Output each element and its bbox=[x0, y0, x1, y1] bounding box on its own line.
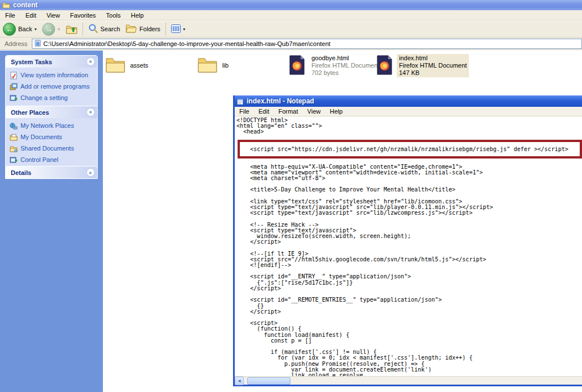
place-my-network-places[interactable]: My Network Places bbox=[10, 122, 94, 130]
notepad-titlebar[interactable]: index.html - Notepad bbox=[235, 95, 582, 107]
explorer-task-pane: System Tasks » View system information A… bbox=[0, 51, 103, 392]
menu-file[interactable]: File bbox=[0, 11, 20, 20]
task-view-system-information[interactable]: View system information bbox=[10, 72, 94, 80]
menu-favorites[interactable]: Favorites bbox=[65, 11, 101, 20]
back-button[interactable]: ← Back ▾ bbox=[0, 22, 39, 37]
notepad-window: index.html - Notepad File Edit Format Vi… bbox=[233, 95, 582, 386]
place-shared-documents[interactable]: Shared Documents bbox=[10, 145, 94, 153]
notepad-window-title: index.html - Notepad bbox=[247, 97, 314, 105]
explorer-menubar: File Edit View Favorites Tools Help bbox=[0, 10, 582, 20]
notepad-menu-file[interactable]: File bbox=[235, 107, 254, 115]
views-dropdown-caret-icon[interactable]: ▾ bbox=[183, 27, 185, 32]
file-type: Firefox HTML Document bbox=[399, 62, 467, 69]
search-button[interactable]: Search bbox=[85, 22, 123, 36]
explorer-toolbar: ← Back ▾ → ▾ Search Folders bbox=[0, 21, 582, 37]
network-places-icon bbox=[10, 122, 18, 130]
search-icon bbox=[88, 23, 98, 35]
folder-icon bbox=[105, 56, 126, 74]
file-text-block: goodbye.html Firefox HTML Document 702 b… bbox=[309, 54, 381, 77]
back-icon: ← bbox=[3, 23, 16, 36]
collapse-chevron-icon[interactable]: » bbox=[86, 57, 95, 66]
system-tasks-header[interactable]: System Tasks » bbox=[6, 56, 97, 68]
file-size: 702 bytes bbox=[311, 69, 379, 77]
file-name: assets bbox=[130, 62, 148, 69]
horizontal-scrollbar[interactable]: ◄ bbox=[235, 376, 582, 385]
my-documents-icon bbox=[10, 134, 18, 141]
system-tasks-panel: System Tasks » View system information A… bbox=[5, 55, 98, 107]
address-input[interactable]: C:\Users\Administrator\Desktop\5-day-cha… bbox=[32, 39, 582, 49]
place-label: Shared Documents bbox=[20, 145, 74, 152]
back-label: Back bbox=[18, 26, 32, 32]
details-header[interactable]: Details » bbox=[6, 166, 97, 178]
task-label: Change a setting bbox=[20, 94, 68, 101]
task-label: View system information bbox=[20, 72, 88, 78]
folder-icon bbox=[197, 56, 218, 74]
system-tasks-title: System Tasks bbox=[11, 59, 52, 65]
collapse-chevron-icon[interactable]: » bbox=[86, 108, 95, 116]
place-control-panel[interactable]: Control Panel bbox=[10, 156, 94, 164]
forward-dropdown-caret-icon: ▾ bbox=[57, 27, 60, 32]
file-tile-index-html[interactable]: index.html Firefox HTML Document 147 KB bbox=[377, 54, 469, 77]
menu-tools[interactable]: Tools bbox=[101, 11, 126, 20]
firefox-html-document-icon bbox=[377, 55, 392, 76]
menu-view[interactable]: View bbox=[41, 11, 65, 20]
shared-documents-icon bbox=[10, 145, 18, 153]
place-label: My Documents bbox=[20, 134, 62, 140]
views-button[interactable]: ▾ bbox=[168, 23, 188, 35]
red-annotation-box bbox=[238, 140, 582, 159]
toolbar-separator bbox=[165, 23, 166, 35]
scrollbar-thumb[interactable] bbox=[247, 377, 290, 385]
task-label: Add or remove programs bbox=[20, 83, 90, 90]
explorer-titlebar[interactable]: content bbox=[0, 0, 582, 10]
forward-icon: → bbox=[42, 23, 55, 36]
folders-label: Folders bbox=[139, 26, 160, 32]
other-places-panel: Other Places » My Network Places My Docu… bbox=[5, 106, 98, 169]
explorer-window-title: content bbox=[13, 1, 38, 9]
address-folder-icon bbox=[35, 40, 41, 48]
folder-icon bbox=[2, 2, 10, 9]
forward-button[interactable]: → ▾ bbox=[39, 22, 63, 37]
task-add-remove-programs[interactable]: Add or remove programs bbox=[10, 83, 94, 91]
desktop-screen: content File Edit View Favorites Tools H… bbox=[0, 0, 582, 392]
file-type: Firefox HTML Document bbox=[311, 62, 379, 69]
file-tile-goodbye-html[interactable]: goodbye.html Firefox HTML Document 702 b… bbox=[289, 54, 381, 77]
notepad-menu-edit[interactable]: Edit bbox=[254, 107, 274, 115]
folders-icon bbox=[126, 24, 137, 34]
address-path-text: C:\Users\Administrator\Desktop\5-day-cha… bbox=[43, 40, 330, 47]
file-text-block: index.html Firefox HTML Document 147 KB bbox=[397, 54, 469, 77]
notepad-menu-help[interactable]: Help bbox=[325, 107, 347, 115]
firefox-html-document-icon bbox=[289, 55, 305, 76]
scroll-left-button[interactable]: ◄ bbox=[235, 377, 244, 385]
notepad-menu-format[interactable]: Format bbox=[274, 107, 303, 115]
file-tile-lib[interactable]: lib bbox=[197, 56, 228, 74]
other-places-title: Other Places bbox=[11, 109, 49, 116]
back-dropdown-caret-icon[interactable]: ▾ bbox=[34, 27, 36, 32]
other-places-header[interactable]: Other Places » bbox=[6, 106, 97, 118]
place-label: Control Panel bbox=[20, 156, 59, 163]
place-label: My Network Places bbox=[20, 122, 74, 129]
folders-button[interactable]: Folders bbox=[123, 23, 163, 35]
notepad-menubar: File Edit Format View Help bbox=[235, 107, 582, 116]
menu-edit[interactable]: Edit bbox=[20, 11, 41, 20]
file-tile-assets[interactable]: assets bbox=[105, 56, 148, 74]
file-name: lib bbox=[222, 62, 228, 69]
notepad-menu-view[interactable]: View bbox=[303, 107, 326, 115]
address-bar: Address C:\Users\Administrator\Desktop\5… bbox=[0, 37, 582, 50]
up-button[interactable] bbox=[63, 23, 80, 35]
place-my-documents[interactable]: My Documents bbox=[10, 134, 94, 141]
add-remove-programs-icon bbox=[10, 83, 18, 91]
toolbar-separator bbox=[82, 23, 83, 35]
file-name: goodbye.html bbox=[311, 55, 379, 62]
expand-chevron-icon[interactable]: » bbox=[86, 168, 95, 177]
notepad-icon bbox=[236, 98, 244, 105]
task-change-a-setting[interactable]: Change a setting bbox=[10, 94, 94, 102]
search-label: Search bbox=[101, 26, 120, 32]
change-setting-icon bbox=[10, 94, 18, 102]
file-size: 147 KB bbox=[399, 69, 467, 77]
address-label: Address bbox=[0, 40, 32, 47]
menu-help[interactable]: Help bbox=[126, 11, 149, 20]
control-panel-icon bbox=[10, 156, 18, 164]
details-title: Details bbox=[11, 169, 31, 176]
details-panel: Details » bbox=[5, 166, 98, 179]
notepad-text-area[interactable]: <!DOCTYPE html> <html lang="en" class=""… bbox=[235, 116, 582, 376]
